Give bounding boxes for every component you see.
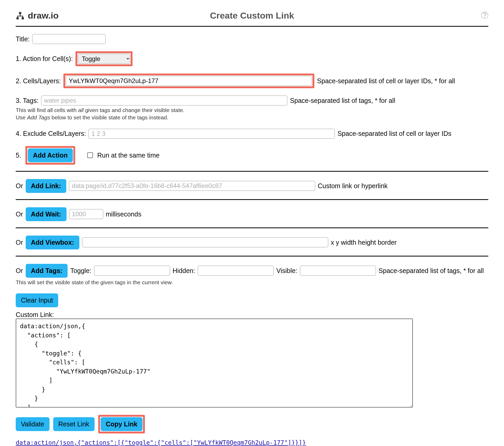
result-link[interactable]: data:action/json,{"actions":[{"toggle":{… [16,439,306,446]
clear-row: Clear Input [16,293,488,307]
step2-row: 2. Cells/Layers: Space-separated list of… [16,74,488,88]
separator [16,199,488,200]
separator [16,171,488,172]
add-viewbox-input[interactable] [82,237,328,247]
step1-highlight: Toggle [75,51,133,66]
action-select[interactable]: Toggle [78,54,130,64]
step1-label: 1. Action for Cell(s): [16,55,73,63]
step2-hint: Space-separated list of cell or layer ID… [317,77,455,85]
same-time-checkbox[interactable] [87,152,93,158]
step5-row: 5. Add Action Run at the same time [16,146,488,165]
addlink-hint: Custom link or hyperlink [318,182,388,190]
step1-row: 1. Action for Cell(s): Toggle [16,51,488,66]
addtags-hint-right: Space-separated list of tags, * for all [379,267,484,275]
add-action-button[interactable]: Add Action [28,148,73,162]
separator [16,256,488,257]
or-label: Or [16,239,23,246]
or-label: Or [16,182,23,190]
brand-text: draw.io [28,10,59,21]
addviewbox-hint: x y width height border [331,239,397,246]
exclude-input[interactable] [89,129,335,139]
step3-row: 3. Tags: Space-separated list of tags, *… [16,96,488,105]
toggle-label: Toggle: [70,267,91,275]
page-title: Create Custom Link [210,10,294,21]
step3-hint-below: This will find all cells with all given … [16,107,488,121]
add-wait-button[interactable]: Add Wait: [26,207,67,221]
addlink-row: Or Add Link: Custom link or hyperlink [16,179,488,193]
step2-label: 2. Cells/Layers: [16,77,61,85]
title-row: Title: [16,34,488,44]
header: draw.io Create Custom Link ? [16,10,488,27]
addtags-row: Or Add Tags: Toggle: Hidden: Visible: Sp… [16,264,488,278]
step3-hint-right: Space-separated list of tags, * for all [290,97,395,104]
custom-link-label: Custom Link: [16,311,54,319]
step4-label: 4. Exclude Cells/Layers: [16,130,86,137]
svg-rect-0 [19,12,21,14]
step5-highlight: Add Action [25,146,75,165]
addviewbox-row: Or Add Viewbox: x y width height border [16,236,488,249]
add-link-input[interactable] [69,181,315,191]
step4-row: 4. Exclude Cells/Layers: Space-separated… [16,129,488,139]
help-icon[interactable]: ? [481,12,488,19]
bottom-buttons: Validate Reset Link Copy Link [16,415,488,433]
hidden-label: Hidden: [173,267,195,275]
add-viewbox-button[interactable]: Add Viewbox: [26,236,79,249]
svg-rect-1 [17,17,19,19]
or-label: Or [16,210,23,218]
same-time-label: Run at the same time [97,152,160,159]
reset-link-button[interactable]: Reset Link [53,417,95,431]
add-wait-input[interactable] [69,209,103,219]
visible-label: Visible: [276,267,297,275]
step5-label: 5. [16,152,21,159]
copy-link-button[interactable]: Copy Link [101,417,143,431]
validate-button[interactable]: Validate [16,417,50,431]
addwait-row: Or Add Wait: milliseconds [16,207,488,221]
tags-toggle-input[interactable] [94,266,170,276]
step4-hint: Space-separated list of cell or layer ID… [337,130,451,137]
cells-layers-input[interactable] [66,76,312,86]
custom-link-textarea[interactable] [16,319,413,408]
title-label: Title: [16,35,30,43]
drawio-icon [16,11,25,20]
add-link-button[interactable]: Add Link: [26,179,66,193]
tags-visible-input[interactable] [300,266,376,276]
add-tags-button[interactable]: Add Tags: [26,264,68,278]
brand-logo: draw.io [16,10,59,21]
custom-link-label-row: Custom Link: [16,311,488,319]
tags-input[interactable] [41,96,287,105]
separator [16,227,488,228]
title-input[interactable] [32,34,106,44]
tags-hidden-input[interactable] [198,266,274,276]
copy-highlight: Copy Link [98,415,145,433]
svg-rect-2 [22,17,24,19]
step3-label: 3. Tags: [16,97,39,104]
or-label: Or [16,267,23,275]
clear-input-button[interactable]: Clear Input [16,293,58,307]
addwait-unit: milliseconds [106,210,141,218]
step2-highlight [63,74,314,88]
addtags-hint-below: This will set the visible state of the g… [16,279,488,286]
